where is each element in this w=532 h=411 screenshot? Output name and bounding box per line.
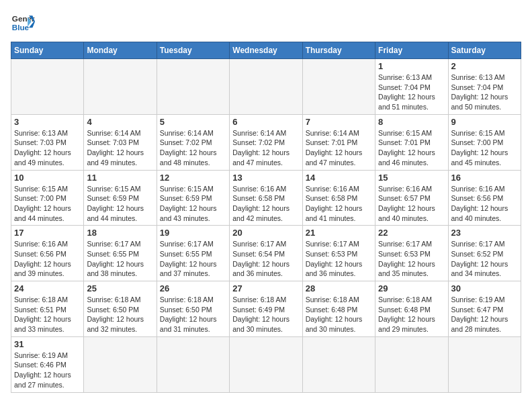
calendar-cell: 11Sunrise: 6:15 AM Sunset: 6:59 PM Dayli… [84,170,157,226]
calendar-cell [157,59,229,115]
calendar-cell: 4Sunrise: 6:14 AM Sunset: 7:03 PM Daylig… [84,114,157,170]
day-number: 7 [306,117,372,127]
day-info: Sunrise: 6:16 AM Sunset: 6:56 PM Dayligh… [451,184,518,224]
day-number: 31 [14,339,81,349]
calendar-week-row: 3Sunrise: 6:13 AM Sunset: 7:03 PM Daylig… [11,114,521,170]
day-info: Sunrise: 6:17 AM Sunset: 6:52 PM Dayligh… [451,239,518,279]
calendar-cell: 17Sunrise: 6:16 AM Sunset: 6:56 PM Dayli… [11,226,84,281]
day-number: 12 [160,173,226,183]
calendar-cell: 29Sunrise: 6:18 AM Sunset: 6:48 PM Dayli… [375,281,448,337]
calendar-cell: 26Sunrise: 6:18 AM Sunset: 6:50 PM Dayli… [157,281,229,337]
calendar-cell [230,336,302,392]
calendar-cell: 15Sunrise: 6:16 AM Sunset: 6:57 PM Dayli… [375,170,448,226]
calendar-cell: 14Sunrise: 6:16 AM Sunset: 6:58 PM Dayli… [302,170,375,226]
day-info: Sunrise: 6:17 AM Sunset: 6:54 PM Dayligh… [232,239,299,279]
calendar-cell [230,59,302,115]
day-info: Sunrise: 6:17 AM Sunset: 6:55 PM Dayligh… [87,239,153,279]
day-info: Sunrise: 6:19 AM Sunset: 6:47 PM Dayligh… [451,295,518,334]
weekday-header-monday: Monday [84,42,157,59]
day-number: 6 [232,117,299,127]
day-info: Sunrise: 6:15 AM Sunset: 7:00 PM Dayligh… [451,128,518,168]
day-number: 8 [378,117,445,127]
day-info: Sunrise: 6:15 AM Sunset: 6:59 PM Dayligh… [87,184,153,224]
day-number: 23 [451,228,518,238]
calendar-cell: 10Sunrise: 6:15 AM Sunset: 7:00 PM Dayli… [11,170,84,226]
calendar-cell [84,336,157,392]
calendar-week-row: 31Sunrise: 6:19 AM Sunset: 6:46 PM Dayli… [11,336,521,392]
page-header: General Blue [11,11,521,35]
calendar-cell: 3Sunrise: 6:13 AM Sunset: 7:03 PM Daylig… [11,114,84,170]
day-number: 22 [378,228,445,238]
day-info: Sunrise: 6:18 AM Sunset: 6:48 PM Dayligh… [378,295,445,334]
calendar-cell: 18Sunrise: 6:17 AM Sunset: 6:55 PM Dayli… [84,226,157,281]
calendar-cell: 8Sunrise: 6:15 AM Sunset: 7:01 PM Daylig… [375,114,448,170]
calendar-week-row: 17Sunrise: 6:16 AM Sunset: 6:56 PM Dayli… [11,226,521,281]
day-info: Sunrise: 6:18 AM Sunset: 6:49 PM Dayligh… [232,295,299,334]
day-info: Sunrise: 6:16 AM Sunset: 6:57 PM Dayligh… [378,184,445,224]
calendar-cell: 1Sunrise: 6:13 AM Sunset: 7:04 PM Daylig… [375,59,448,115]
day-number: 11 [87,173,153,183]
calendar-cell: 28Sunrise: 6:18 AM Sunset: 6:48 PM Dayli… [302,281,375,337]
day-number: 15 [378,173,445,183]
weekday-header-thursday: Thursday [302,42,375,59]
day-info: Sunrise: 6:18 AM Sunset: 6:50 PM Dayligh… [87,295,153,334]
weekday-header-friday: Friday [375,42,448,59]
calendar-cell: 22Sunrise: 6:17 AM Sunset: 6:53 PM Dayli… [375,226,448,281]
calendar-cell: 16Sunrise: 6:16 AM Sunset: 6:56 PM Dayli… [448,170,521,226]
calendar-cell: 7Sunrise: 6:14 AM Sunset: 7:01 PM Daylig… [302,114,375,170]
day-number: 28 [306,283,372,293]
day-number: 2 [451,61,518,71]
weekday-header-tuesday: Tuesday [157,42,229,59]
svg-text:Blue: Blue [12,23,30,32]
day-number: 18 [87,228,153,238]
calendar-week-row: 10Sunrise: 6:15 AM Sunset: 7:00 PM Dayli… [11,170,521,226]
calendar-cell: 6Sunrise: 6:14 AM Sunset: 7:02 PM Daylig… [230,114,302,170]
day-info: Sunrise: 6:18 AM Sunset: 6:51 PM Dayligh… [14,295,81,334]
day-number: 30 [451,283,518,293]
day-info: Sunrise: 6:14 AM Sunset: 7:02 PM Dayligh… [232,128,299,168]
calendar-cell [375,336,448,392]
calendar-cell: 9Sunrise: 6:15 AM Sunset: 7:00 PM Daylig… [448,114,521,170]
calendar-cell: 31Sunrise: 6:19 AM Sunset: 6:46 PM Dayli… [11,336,84,392]
calendar-cell [11,59,84,115]
day-info: Sunrise: 6:16 AM Sunset: 6:58 PM Dayligh… [232,184,299,224]
day-number: 17 [14,228,81,238]
day-number: 5 [160,117,226,127]
calendar-cell [302,336,375,392]
day-info: Sunrise: 6:14 AM Sunset: 7:03 PM Dayligh… [87,128,153,168]
day-number: 9 [451,117,518,127]
day-info: Sunrise: 6:17 AM Sunset: 6:53 PM Dayligh… [306,239,372,279]
calendar-cell: 23Sunrise: 6:17 AM Sunset: 6:52 PM Dayli… [448,226,521,281]
calendar-cell: 20Sunrise: 6:17 AM Sunset: 6:54 PM Dayli… [230,226,302,281]
day-info: Sunrise: 6:13 AM Sunset: 7:04 PM Dayligh… [451,73,518,112]
day-number: 4 [87,117,153,127]
day-number: 24 [14,283,81,293]
calendar-cell [84,59,157,115]
day-info: Sunrise: 6:18 AM Sunset: 6:48 PM Dayligh… [306,295,372,334]
calendar-cell: 5Sunrise: 6:14 AM Sunset: 7:02 PM Daylig… [157,114,229,170]
day-number: 13 [232,173,299,183]
day-number: 21 [306,228,372,238]
day-info: Sunrise: 6:16 AM Sunset: 6:56 PM Dayligh… [14,239,81,279]
day-info: Sunrise: 6:15 AM Sunset: 6:59 PM Dayligh… [160,184,226,224]
day-number: 27 [232,283,299,293]
calendar-cell: 12Sunrise: 6:15 AM Sunset: 6:59 PM Dayli… [157,170,229,226]
day-number: 10 [14,173,81,183]
calendar-cell: 19Sunrise: 6:17 AM Sunset: 6:55 PM Dayli… [157,226,229,281]
day-number: 20 [232,228,299,238]
day-info: Sunrise: 6:16 AM Sunset: 6:58 PM Dayligh… [306,184,372,224]
day-info: Sunrise: 6:14 AM Sunset: 7:01 PM Dayligh… [306,128,372,168]
calendar-week-row: 1Sunrise: 6:13 AM Sunset: 7:04 PM Daylig… [11,59,521,115]
logo: General Blue [11,11,35,35]
generalblue-logo-icon: General Blue [11,11,35,35]
calendar-cell: 13Sunrise: 6:16 AM Sunset: 6:58 PM Dayli… [230,170,302,226]
weekday-header-wednesday: Wednesday [230,42,302,59]
calendar-cell: 30Sunrise: 6:19 AM Sunset: 6:47 PM Dayli… [448,281,521,337]
calendar-cell [448,336,521,392]
calendar-cell [302,59,375,115]
calendar-cell [157,336,229,392]
weekday-header-sunday: Sunday [11,42,84,59]
day-number: 3 [14,117,81,127]
day-number: 16 [451,173,518,183]
calendar-cell: 2Sunrise: 6:13 AM Sunset: 7:04 PM Daylig… [448,59,521,115]
